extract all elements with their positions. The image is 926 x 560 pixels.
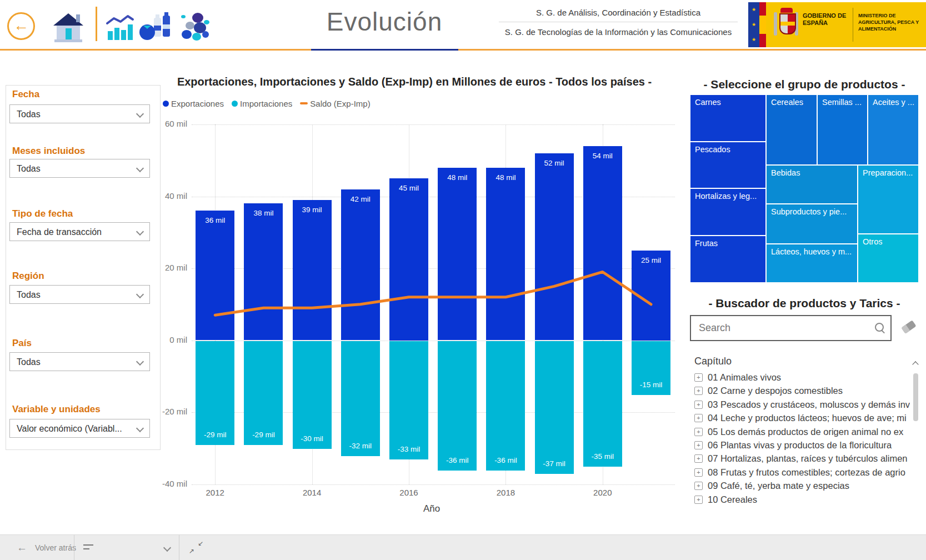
- treemap-cell-preparacion-[interactable]: Preparacion...: [858, 166, 918, 233]
- bar-exportaciones-2014[interactable]: [293, 200, 332, 341]
- treemap-cell-bebidas[interactable]: Bebidas: [767, 166, 857, 203]
- bar-exportaciones-2017[interactable]: [438, 168, 477, 341]
- list-item-capitulo-8[interactable]: +08 Frutas y frutos comestibles; corteza…: [694, 467, 905, 478]
- treemap-cell-hortalizas-y-leg-[interactable]: Hortalizas y leg...: [690, 189, 765, 235]
- bar-value-label: 36 mil: [196, 216, 234, 224]
- list-item-capitulo-7[interactable]: +07 Hortalizas, plantas, raíces y tubérc…: [694, 453, 908, 464]
- search-icon[interactable]: [875, 323, 884, 332]
- capitulo-item-label: 07 Hortalizas, plantas, raíces y tubércu…: [708, 453, 908, 464]
- treemap-cell-label: Cereales: [767, 95, 817, 109]
- page-list-icon[interactable]: [83, 544, 93, 551]
- eraser-icon[interactable]: [901, 320, 916, 333]
- y-axis-tick: -40 mil: [154, 479, 187, 488]
- treemap-cell-subproductos-y-pie-[interactable]: Subproductos y pie...: [767, 204, 857, 243]
- bar-value-label: 48 mil: [486, 173, 525, 182]
- treemap-cell-otros[interactable]: Otros: [858, 234, 918, 282]
- scroll-up-icon[interactable]: [912, 361, 918, 367]
- fit-to-page-icon[interactable]: ↙ ↗: [189, 539, 203, 555]
- list-item-capitulo-5[interactable]: +05 Los demás productos de origen animal…: [694, 427, 903, 437]
- bar-exportaciones-2016[interactable]: [389, 178, 428, 340]
- bar-value-label: -37 mil: [535, 459, 574, 468]
- filter-label-0: Fecha: [12, 89, 151, 100]
- org-line-2: S. G. de Tecnologías de la Información y…: [499, 22, 738, 37]
- bar-importaciones-2015[interactable]: [341, 341, 380, 456]
- chevron-down-icon: [136, 291, 144, 298]
- expand-icon[interactable]: +: [694, 441, 703, 449]
- filter-label-4: País: [12, 338, 151, 349]
- bar-importaciones-2020[interactable]: [583, 341, 622, 467]
- expand-icon[interactable]: +: [694, 454, 703, 463]
- legend-item-exportaciones[interactable]: Exportaciones: [163, 99, 224, 108]
- expand-icon[interactable]: +: [694, 496, 703, 504]
- org-text-block: S. G. de Análisis, Coordinación y Estadí…: [499, 4, 738, 37]
- treemap-cell-pescados[interactable]: Pescados: [690, 142, 765, 188]
- header-divider: [96, 7, 97, 41]
- filter-label-2: Tipo de fecha: [12, 208, 151, 219]
- bar-value-label: 48 mil: [438, 173, 477, 182]
- chart-legend: ExportacionesImportacionesSaldo (Exp-Imp…: [163, 98, 371, 109]
- expand-icon[interactable]: +: [694, 482, 703, 490]
- expand-icon[interactable]: +: [694, 401, 703, 409]
- expand-icon[interactable]: +: [694, 387, 703, 395]
- treemap-cell-label: Subproductos y pie...: [767, 204, 857, 219]
- search-input[interactable]: [691, 316, 890, 340]
- bar-exportaciones-2013[interactable]: [244, 203, 283, 340]
- list-item-capitulo-10[interactable]: +10 Cereales: [694, 494, 757, 505]
- home-door: [66, 28, 72, 39]
- y-axis-tick: 20 mil: [154, 263, 187, 272]
- bar-exportaciones-2015[interactable]: [341, 189, 380, 341]
- filter-dropdown-5[interactable]: Valor económico (Variabl...: [9, 419, 150, 438]
- bar-importaciones-2016[interactable]: [389, 341, 428, 460]
- chevron-down-icon[interactable]: [163, 544, 171, 552]
- bar-exportaciones-2019[interactable]: [535, 153, 574, 341]
- expand-icon[interactable]: +: [694, 373, 703, 382]
- treemap-cell-frutas[interactable]: Frutas: [690, 236, 765, 282]
- capitulo-item-label: 09 Café, té, yerba mate y especias: [708, 481, 849, 491]
- bar-exportaciones-2018[interactable]: [486, 168, 525, 341]
- bar-importaciones-2012[interactable]: [196, 341, 234, 446]
- legend-item-importaciones[interactable]: Importaciones: [232, 99, 292, 108]
- expand-icon[interactable]: +: [694, 414, 703, 422]
- filter-panel: [6, 85, 161, 450]
- star-icon: ★: [752, 7, 756, 12]
- list-item-capitulo-4[interactable]: +04 Leche y productos lácteos; huevos de…: [694, 413, 907, 423]
- bar-importaciones-2017[interactable]: [438, 341, 477, 471]
- filter-dropdown-1[interactable]: Todas: [9, 159, 150, 178]
- bar-importaciones-2013[interactable]: [244, 341, 283, 446]
- treemap-cell-l-cteos-huevos-y-m-[interactable]: Lácteos, huevos y m...: [767, 244, 857, 282]
- back-button[interactable]: ←: [7, 12, 35, 40]
- scrollbar-thumb[interactable]: [913, 373, 918, 421]
- footer-back-button[interactable]: ← Volver atrás: [17, 535, 76, 560]
- filter-dropdown-0[interactable]: Todas: [9, 104, 150, 123]
- filter-dropdown-3[interactable]: Todas: [9, 285, 150, 304]
- bar-value-label: -29 mil: [244, 431, 283, 439]
- food-icon[interactable]: [139, 11, 172, 42]
- list-item-capitulo-2[interactable]: +02 Carne y despojos comestibles: [694, 386, 843, 396]
- bar-exportaciones-2012[interactable]: [196, 211, 234, 340]
- treemap-cell-semillas-[interactable]: Semillas ...: [818, 95, 867, 164]
- filter-dropdown-2[interactable]: Fecha de transacción: [9, 222, 150, 241]
- charts-icon[interactable]: [106, 14, 134, 41]
- filter-dropdown-4[interactable]: Todas: [9, 352, 150, 371]
- bar-value-label: -36 mil: [486, 456, 525, 464]
- list-item-capitulo-3[interactable]: +03 Pescados y crustáceos, moluscos y de…: [694, 399, 910, 410]
- treemap-cell-label: Otros: [858, 234, 918, 249]
- legend-item-saldo (exp-imp)[interactable]: Saldo (Exp-Imp): [300, 99, 370, 108]
- treemap-cell-cereales[interactable]: Cereales: [767, 95, 817, 164]
- list-item-capitulo-1[interactable]: +01 Animales vivos: [694, 372, 781, 383]
- expand-icon[interactable]: +: [694, 468, 703, 477]
- list-item-capitulo-9[interactable]: +09 Café, té, yerba mate y especias: [694, 481, 849, 491]
- bar-importaciones-2018[interactable]: [486, 341, 525, 471]
- europe-map-icon[interactable]: [177, 10, 211, 42]
- bar-importaciones-2019[interactable]: [535, 341, 574, 474]
- treemap-cell-carnes[interactable]: Carnes: [690, 95, 765, 141]
- legend-swatch: [300, 102, 308, 104]
- capitulo-scrollbar[interactable]: [912, 360, 920, 502]
- bar-importaciones-2014[interactable]: [293, 341, 332, 449]
- list-item-capitulo-6[interactable]: +06 Plantas vivas y productos de la flor…: [694, 440, 892, 451]
- treemap-cell-aceites-y-[interactable]: Aceites y ...: [868, 95, 918, 164]
- y-axis-tick: 60 mil: [154, 119, 187, 128]
- home-button[interactable]: [53, 13, 84, 42]
- expand-icon[interactable]: +: [694, 428, 703, 436]
- bar-exportaciones-2020[interactable]: [583, 146, 622, 341]
